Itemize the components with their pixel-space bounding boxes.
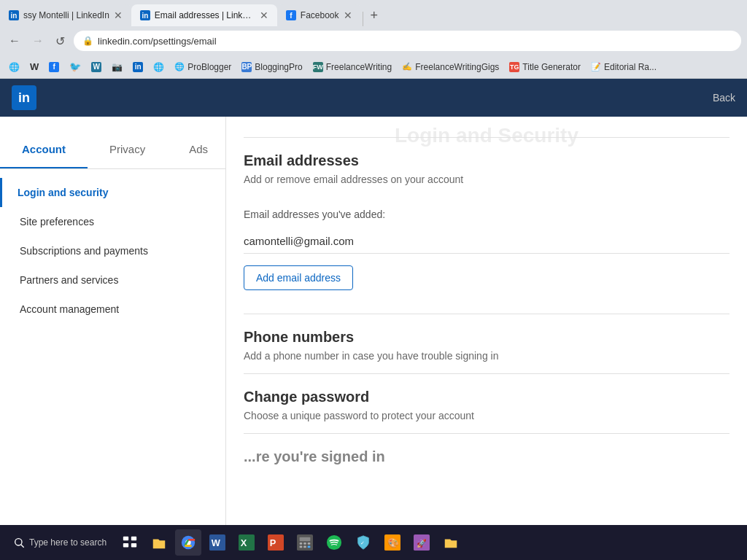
add-email-button[interactable]: Add email address	[244, 265, 353, 290]
tab-privacy[interactable]: Privacy	[88, 131, 167, 168]
bookmark-editorial[interactable]: 📝 Editorial Ra...	[588, 61, 659, 74]
fwg-icon: ✍	[402, 62, 412, 71]
spotify-icon	[326, 534, 342, 551]
bookmark-titlegenerator[interactable]: TG Title Generator	[506, 61, 584, 74]
taskbar-spotify[interactable]	[321, 529, 347, 556]
bookmark-freelancewritinggigs[interactable]: ✍ FreelanceWritingGigs	[399, 61, 502, 74]
content-area: Account Privacy Ads Login and security S…	[0, 117, 747, 525]
powerpoint-icon: P	[268, 534, 284, 551]
svg-rect-15	[300, 537, 311, 542]
translate-icon: 🌐	[9, 62, 20, 72]
bookmark-instagram[interactable]: 📷	[109, 61, 125, 74]
tab-2-close[interactable]: ✕	[260, 9, 268, 21]
reload-button[interactable]: ↺	[53, 33, 68, 50]
forward-button[interactable]: →	[29, 33, 47, 49]
taskbar-word[interactable]: W	[204, 529, 231, 556]
problogger-label: ProBlogger	[187, 62, 231, 72]
email-value: camontelli@gmail.com	[244, 229, 729, 254]
taskbar-calculator[interactable]	[292, 529, 318, 556]
back-button-app[interactable]: Back	[713, 92, 735, 104]
tab-2-title: Email addresses | LinkedIn	[155, 10, 255, 20]
bookmark-bloggingpro[interactable]: BP BloggingPro	[239, 61, 305, 74]
sidebar-item-account-management[interactable]: Account management	[0, 295, 225, 324]
phone-numbers-subtitle: Add a phone number in case you have trou…	[244, 350, 729, 362]
sidebar-item-partners-services[interactable]: Partners and services	[0, 265, 225, 295]
tab-2[interactable]: in Email addresses | LinkedIn ✕	[131, 4, 277, 26]
address-input[interactable]: 🔒 linkedin.com/psettings/email	[74, 31, 741, 51]
svg-text:X: X	[241, 537, 247, 548]
change-password-section: Change password Choose a unique password…	[244, 389, 729, 421]
change-password-subtitle: Choose a unique password to protect your…	[244, 410, 729, 421]
taskbar-excel[interactable]: X	[233, 529, 260, 556]
tab-ads[interactable]: Ads	[167, 131, 230, 168]
main-content-panel: Login and Security Email addresses Add o…	[226, 117, 747, 525]
li-icon: in	[133, 62, 143, 72]
where-signed-in-title: ...re you're signed in	[244, 448, 729, 465]
bookmark-wiki[interactable]: W	[27, 60, 42, 74]
change-password-title: Change password	[244, 389, 729, 405]
globe-icon: 🌐	[153, 62, 164, 72]
bookmark-freelancewriting[interactable]: FW FreelanceWriting	[310, 61, 395, 74]
taskbar-task-view[interactable]	[117, 529, 143, 556]
fb-icon: f	[49, 62, 59, 72]
word-icon: W	[209, 534, 225, 551]
email-addresses-title: Email addresses	[244, 152, 729, 169]
taskbar-paint[interactable]: 🎨	[379, 529, 406, 556]
email-label: Email addresses you've added:	[244, 209, 729, 220]
where-signed-in-section: ...re you're signed in	[244, 448, 729, 465]
main-nav: Account Privacy Ads	[0, 131, 225, 169]
back-button[interactable]: ←	[6, 33, 23, 49]
sidebar-item-subscriptions-payments[interactable]: Subscriptions and payments	[0, 236, 225, 265]
svg-rect-2	[123, 537, 128, 541]
task-view-icon	[122, 534, 138, 551]
tg-icon: TG	[509, 62, 519, 72]
bookmark-problogger[interactable]: 🌐 ProBlogger	[171, 61, 234, 74]
bloggingpro-icon: BP	[241, 62, 252, 72]
bloggingpro-label: BloggingPro	[255, 62, 302, 72]
tab-1[interactable]: in ssy Montelli | LinkedIn ✕	[0, 4, 131, 26]
section-divider-password	[244, 373, 729, 374]
taskbar-search-icon	[13, 537, 25, 548]
taskbar-search[interactable]: Type here to search	[6, 534, 114, 551]
tab-account[interactable]: Account	[0, 131, 88, 168]
sidebar-item-account-management-label: Account management	[20, 303, 119, 315]
svg-rect-3	[131, 537, 136, 541]
sidebar-item-site-preferences[interactable]: Site preferences	[0, 207, 225, 236]
taskbar-file-explorer[interactable]	[146, 529, 172, 556]
taskbar-powerpoint[interactable]: P	[263, 529, 289, 556]
tab-3[interactable]: f Facebook ✕	[277, 4, 361, 26]
sidebar-item-site-preferences-label: Site preferences	[20, 216, 94, 228]
bookmark-facebook[interactable]: f	[46, 61, 62, 74]
section-divider-signed-in	[244, 433, 729, 434]
bookmark-linkedin[interactable]: in	[130, 61, 146, 74]
new-tab-button[interactable]: +	[365, 5, 384, 26]
taskbar-shield[interactable]: ✓	[350, 529, 376, 556]
tab-1-favicon: in	[9, 10, 19, 20]
sidebar-item-login-security[interactable]: Login and security	[0, 178, 225, 207]
taskbar-folder[interactable]	[438, 529, 464, 556]
bookmark-translate[interactable]: 🌐	[6, 61, 23, 74]
taskbar-chrome[interactable]	[175, 529, 201, 556]
email-section: Email addresses you've added: camontelli…	[244, 197, 729, 302]
address-bar: ← → ↺ 🔒 linkedin.com/psettings/email	[0, 26, 747, 55]
section-divider-email	[244, 137, 729, 138]
tab-1-close[interactable]: ✕	[114, 9, 123, 21]
fw-icon: FW	[313, 62, 323, 72]
wiki-icon: W	[30, 61, 39, 72]
svg-text:🚀: 🚀	[417, 538, 427, 548]
fw-label: FreelanceWriting	[326, 62, 392, 72]
email-addresses-subtitle: Add or remove email addresses on your ac…	[244, 174, 729, 185]
linkedin-logo: in	[12, 85, 36, 110]
tab-3-close[interactable]: ✕	[344, 9, 352, 21]
bookmark-wordpress[interactable]: W	[88, 61, 104, 74]
taskbar: Type here to search W X	[0, 525, 747, 560]
bookmarks-bar: 🌐 W f 🐦 W 📷 in 🌐 🌐 ProBlogger BP Bloggin…	[0, 55, 747, 79]
svg-line-1	[21, 545, 24, 548]
tab-3-favicon: f	[286, 10, 296, 20]
bookmark-twitter[interactable]: 🐦	[66, 60, 84, 74]
email-addresses-section: Email addresses Add or remove email addr…	[244, 137, 729, 302]
svg-rect-16	[300, 542, 303, 545]
taskbar-rocket[interactable]: 🚀	[409, 529, 435, 556]
bookmark-globe[interactable]: 🌐	[150, 61, 167, 74]
shield-icon: ✓	[355, 534, 371, 551]
